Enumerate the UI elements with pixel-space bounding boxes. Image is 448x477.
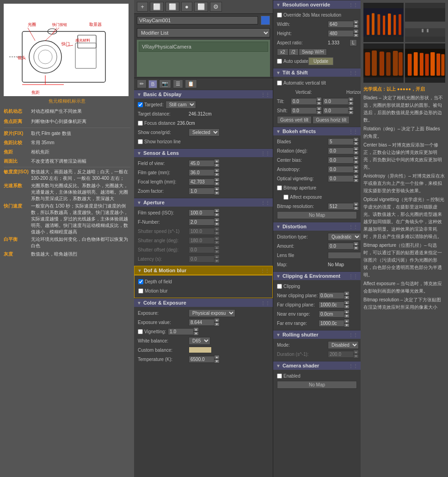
tilt-h-down[interactable]: ▼: [348, 101, 354, 105]
modifier-list-select[interactable]: Modifier List: [137, 28, 270, 37]
exposure-val-down[interactable]: ▼: [214, 322, 220, 326]
zoom-input[interactable]: [189, 188, 214, 195]
distortion-header[interactable]: ▼ Distortion ⋮⋮: [273, 222, 361, 231]
width-input[interactable]: [328, 21, 353, 28]
circle-button[interactable]: ●: [181, 2, 192, 12]
height-up[interactable]: ▲: [353, 29, 359, 33]
fov-up[interactable]: ▲: [214, 159, 220, 163]
bitmap-res-down[interactable]: ▼: [353, 206, 359, 210]
rotation-input[interactable]: [328, 147, 353, 154]
div2-button[interactable]: /2: [288, 49, 299, 55]
film-speed-down[interactable]: ▼: [214, 213, 220, 217]
resolution-override-header[interactable]: ▼ Resolution override ⋮⋮: [273, 0, 361, 9]
vignetting-input[interactable]: [168, 328, 193, 335]
distortion-amount-up[interactable]: ▲: [353, 242, 359, 246]
x2-button[interactable]: x2: [277, 49, 288, 55]
white-balance-select[interactable]: D65: [189, 337, 210, 345]
lens-file-input[interactable]: [328, 252, 361, 259]
aperture-header[interactable]: ▼ Aperture ⋮⋮: [134, 198, 273, 207]
film-speed-input[interactable]: [189, 209, 214, 216]
bitmap-aperture-checkbox[interactable]: [277, 185, 282, 190]
bokeh-no-map[interactable]: No Map: [277, 211, 357, 219]
far-clip-down[interactable]: ▼: [344, 305, 350, 309]
rotation-up[interactable]: ▲: [353, 147, 359, 151]
shift-v-input[interactable]: [291, 107, 316, 114]
temperature-down[interactable]: ▼: [214, 359, 220, 363]
motion-blur-checkbox[interactable]: [138, 288, 143, 294]
rect2-button[interactable]: ⬜: [166, 2, 179, 12]
guess-horiz-button[interactable]: Guess horiz tilt: [313, 116, 350, 124]
pen-button[interactable]: ✏: [137, 80, 147, 88]
focal-length-up[interactable]: ▲: [214, 177, 220, 182]
far-env-down[interactable]: ▼: [344, 323, 350, 327]
vignetting-checkbox[interactable]: [138, 329, 143, 334]
auto-update-checkbox[interactable]: [277, 59, 282, 64]
focus-dist-checkbox[interactable]: [138, 121, 143, 126]
guess-vert-button[interactable]: Guess vert tilt: [277, 116, 312, 124]
blades-up[interactable]: ▲: [353, 137, 359, 141]
tilt-shift-header[interactable]: ▼ Tilt & Shift ⋮⋮: [273, 68, 361, 77]
zoom-up[interactable]: ▲: [214, 187, 220, 191]
camera-shader-enabled-checkbox[interactable]: [277, 373, 282, 379]
near-clip-up[interactable]: ▲: [344, 291, 350, 295]
tilt-v-down[interactable]: ▼: [316, 101, 322, 105]
far-clip-up[interactable]: ▲: [344, 300, 350, 305]
clipping-header[interactable]: ▼ Clipping & Environment ⋮⋮: [273, 271, 361, 280]
focal-length-input[interactable]: [189, 178, 214, 185]
distortion-type-select[interactable]: Quadratic: [328, 233, 361, 241]
targeted-checkbox[interactable]: [138, 102, 143, 107]
dof-motion-blur-header[interactable]: ▼ Dof & Motion blur ⋮⋮: [134, 266, 273, 275]
shift-v-up[interactable]: ▲: [316, 106, 322, 110]
shift-v-down[interactable]: ▼: [316, 110, 322, 115]
list-icon-button[interactable]: ☰: [173, 80, 183, 88]
zoom-down[interactable]: ▼: [214, 191, 220, 195]
auto-tilt-checkbox[interactable]: [277, 80, 282, 86]
shift-h-up[interactable]: ▲: [348, 106, 354, 110]
near-clip-down[interactable]: ▼: [344, 295, 350, 300]
tilt-v-input[interactable]: [291, 98, 316, 105]
update-button[interactable]: Update: [308, 57, 333, 65]
camera-shader-header[interactable]: ▼ Camera shader ⋮⋮: [273, 361, 361, 370]
bitmap-res-up[interactable]: ▲: [353, 202, 359, 206]
rect1-button[interactable]: ⬜: [150, 2, 164, 12]
rs-mode-select[interactable]: Disabled: [328, 341, 359, 349]
exposure-select[interactable]: Physical exposu: [189, 309, 235, 317]
height-input[interactable]: [328, 30, 353, 37]
override-checkbox[interactable]: [277, 12, 282, 18]
rect3-button[interactable]: ⬜: [194, 2, 208, 12]
basic-display-header[interactable]: ▼ Basic & Display ⋮⋮: [134, 90, 273, 98]
optical-vig-input[interactable]: [328, 175, 353, 182]
distortion-amount-down[interactable]: ▼: [353, 246, 359, 250]
add-button[interactable]: +: [137, 2, 148, 12]
fov-input[interactable]: [189, 160, 214, 167]
clipping-checkbox[interactable]: [277, 284, 282, 289]
tilt-h-input[interactable]: [323, 98, 348, 105]
blades-down[interactable]: ▼: [353, 141, 359, 146]
custom-balance-color[interactable]: [189, 347, 212, 353]
color-exposure-header[interactable]: ▼ Color & Exposure ⋮⋮: [134, 298, 273, 307]
camera-name-input[interactable]: [137, 16, 258, 24]
width-up[interactable]: ▲: [353, 20, 359, 24]
depth-of-field-checkbox[interactable]: [138, 279, 143, 284]
fov-down[interactable]: ▼: [214, 163, 220, 167]
show-cone-select[interactable]: Selected: [189, 128, 220, 136]
width-down[interactable]: ▼: [353, 24, 359, 28]
camera-color-button[interactable]: [261, 16, 270, 25]
shutter-speed-input[interactable]: [189, 228, 214, 235]
exposure-val-input[interactable]: [189, 319, 214, 326]
distortion-amount-input[interactable]: [328, 243, 353, 250]
near-env-input[interactable]: [319, 311, 344, 318]
swap-button[interactable]: Swap W/H: [299, 49, 327, 55]
shift-h-input[interactable]: [323, 107, 348, 114]
focal-length-down[interactable]: ▼: [214, 182, 220, 186]
vignetting-up[interactable]: ▲: [193, 327, 199, 331]
tilt-v-up[interactable]: ▲: [316, 97, 322, 101]
temperature-up[interactable]: ▲: [214, 355, 220, 359]
l-button[interactable]: L: [350, 39, 357, 46]
physical-camera-item[interactable]: VRayPhysicalCamera: [139, 42, 268, 52]
affect-exposure-checkbox[interactable]: [283, 195, 288, 200]
optical-vig-up[interactable]: ▲: [353, 174, 359, 178]
optical-vig-down[interactable]: ▼: [353, 178, 359, 183]
center-bias-down[interactable]: ▼: [353, 160, 359, 164]
film-speed-up[interactable]: ▲: [214, 208, 220, 213]
